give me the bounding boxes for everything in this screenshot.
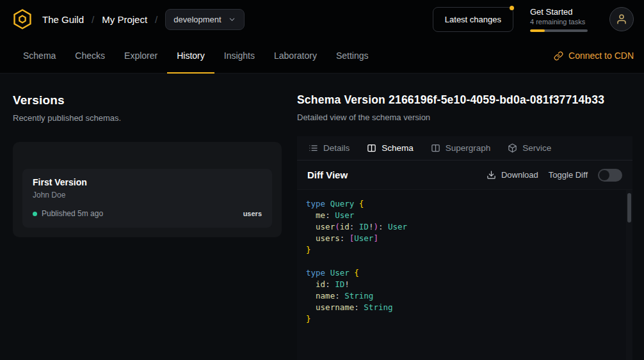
- toggle-diff-switch[interactable]: [598, 169, 622, 182]
- tab-explorer[interactable]: Explorer: [115, 38, 167, 73]
- top-header: The Guild / My Project / development Lat…: [0, 0, 644, 38]
- latest-changes-button[interactable]: Latest changes: [433, 7, 513, 32]
- notification-dot: [510, 6, 514, 10]
- version-status: Published 5m ago: [42, 209, 103, 218]
- tab-supergraph[interactable]: Supergraph: [431, 143, 491, 153]
- version-service-badge: users: [243, 210, 262, 217]
- version-detail-panel: Schema Version 2166196f-5e10-4059-bd0a-0…: [297, 93, 632, 360]
- toggle-diff-label: Toggle Diff: [549, 170, 588, 180]
- tab-schema[interactable]: Schema: [367, 143, 414, 153]
- version-name: First Version: [33, 177, 262, 187]
- version-detail-title: Schema Version 2166196f-5e10-4059-bd0a-0…: [297, 93, 632, 107]
- diff-actions: Download Toggle Diff: [487, 169, 622, 182]
- header-right-group: Latest changes Get Started 4 remaining t…: [433, 7, 634, 32]
- environment-select-value: development: [173, 15, 221, 24]
- list-icon: [309, 143, 318, 153]
- download-button[interactable]: Download: [487, 170, 538, 180]
- breadcrumb-separator: /: [155, 14, 157, 25]
- environment-select[interactable]: development: [165, 9, 244, 30]
- get-started-title: Get Started: [530, 7, 593, 17]
- breadcrumb-project[interactable]: My Project: [102, 14, 147, 25]
- schema-view-tabs: Details Schema Supergraph: [297, 136, 632, 160]
- tab-checks[interactable]: Checks: [65, 38, 115, 73]
- person-icon: [616, 13, 627, 25]
- breadcrumb-separator: /: [92, 14, 94, 25]
- tab-history[interactable]: History: [167, 38, 214, 73]
- version-author: John Doe: [33, 191, 262, 200]
- diff-toolbar: Diff View Download Toggle Diff: [297, 160, 632, 189]
- tab-details-label: Details: [323, 143, 350, 153]
- connect-to-cdn-label: Connect to CDN: [568, 51, 634, 61]
- schema-view-panel: Details Schema Supergraph: [297, 136, 632, 360]
- tab-settings[interactable]: Settings: [326, 38, 378, 73]
- columns-icon: [367, 143, 376, 153]
- get-started-progress: [530, 29, 588, 32]
- download-label: Download: [501, 170, 538, 180]
- versions-panel: Versions Recently published schemas. Fir…: [13, 93, 282, 360]
- breadcrumb: The Guild / My Project / development: [42, 9, 245, 30]
- toggle-knob: [599, 170, 609, 180]
- tab-service-label: Service: [522, 143, 551, 153]
- diff-view-title: Diff View: [307, 169, 348, 180]
- tab-service[interactable]: Service: [508, 143, 551, 153]
- hive-logo[interactable]: [10, 7, 35, 31]
- versions-card: First Version John Doe Published 5m ago …: [13, 142, 282, 237]
- connect-to-cdn-link[interactable]: Connect to CDN: [554, 38, 634, 73]
- code-scrollbar-thumb[interactable]: [627, 193, 631, 223]
- schema-code-lines: type Query { me: User user(id: ID!): Use…: [297, 190, 632, 333]
- schema-code-viewer: type Query { me: User user(id: ID!): Use…: [297, 189, 632, 360]
- main-nav-tabs: Schema Checks Explorer History Insights …: [13, 38, 378, 73]
- tab-schema-label: Schema: [382, 143, 414, 153]
- versions-subtitle: Recently published schemas.: [13, 113, 282, 123]
- breadcrumb-org[interactable]: The Guild: [42, 14, 84, 25]
- chevron-down-icon: [228, 15, 236, 24]
- latest-changes-label: Latest changes: [445, 15, 501, 24]
- link-icon: [554, 51, 563, 61]
- version-detail-subtitle: Detailed view of the schema version: [297, 113, 632, 122]
- published-status-dot: [33, 212, 37, 216]
- tab-supergraph-label: Supergraph: [446, 143, 491, 153]
- tab-schema-nav[interactable]: Schema: [13, 38, 65, 73]
- get-started-progress-fill: [530, 29, 545, 32]
- cube-icon: [508, 143, 517, 153]
- tab-details[interactable]: Details: [309, 143, 350, 153]
- download-icon: [487, 170, 496, 180]
- version-list-item[interactable]: First Version John Doe Published 5m ago …: [22, 169, 272, 228]
- tab-insights[interactable]: Insights: [214, 38, 264, 73]
- versions-title: Versions: [13, 93, 282, 107]
- main-nav: Schema Checks Explorer History Insights …: [0, 38, 644, 74]
- code-scrollbar: [626, 190, 632, 360]
- columns-icon: [431, 143, 440, 153]
- main-content: Versions Recently published schemas. Fir…: [0, 74, 644, 360]
- get-started-widget[interactable]: Get Started 4 remaining tasks: [530, 7, 593, 32]
- user-avatar[interactable]: [609, 7, 634, 31]
- hive-hexagon-icon: [12, 8, 33, 30]
- version-meta-row: Published 5m ago users: [33, 209, 262, 218]
- tab-laboratory[interactable]: Laboratory: [264, 38, 326, 73]
- get-started-subtitle: 4 remaining tasks: [530, 18, 593, 26]
